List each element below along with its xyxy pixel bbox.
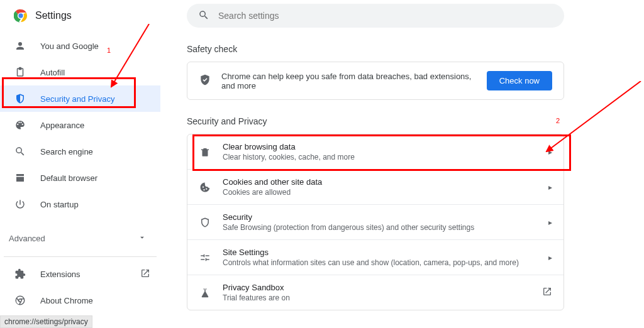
row-cookies[interactable]: Cookies and other site data Cookies are … — [187, 169, 564, 204]
row-subtitle: Cookies are allowed — [223, 188, 322, 197]
chevron-right-icon: ▸ — [548, 148, 552, 156]
security-privacy-card: Clear browsing data Clear history, cooki… — [187, 134, 564, 310]
sidebar-item-default-browser[interactable]: Default browser — [0, 165, 160, 191]
row-title: Clear browsing data — [223, 142, 355, 151]
sidebar-item-security-privacy[interactable]: Security and Privacy — [0, 85, 160, 112]
logo-row: Settings — [0, 4, 160, 30]
browser-icon — [14, 172, 26, 184]
annotation-label-2: 2 — [556, 117, 560, 124]
sidebar-item-label: You and Google — [40, 41, 99, 51]
svg-point-2 — [18, 13, 23, 18]
row-title: Privacy Sandbox — [223, 283, 290, 292]
search-icon — [198, 9, 209, 23]
page-title: Settings — [35, 10, 72, 21]
external-link-icon — [140, 268, 150, 280]
row-subtitle: Safe Browsing (protection from dangerous… — [223, 223, 474, 232]
shield-icon — [14, 92, 26, 105]
row-subtitle: Clear history, cookies, cache, and more — [223, 153, 355, 161]
sidebar-item-appearance[interactable]: Appearance — [0, 112, 160, 138]
chevron-down-icon — [138, 233, 147, 244]
sidebar-nav: You and Google Autofill Security and Pri… — [0, 33, 160, 217]
safety-check-card: Chrome can help keep you safe from data … — [187, 62, 564, 100]
row-title: Cookies and other site data — [223, 177, 322, 187]
shield-outline-icon — [199, 216, 211, 229]
row-privacy-sandbox[interactable]: Privacy Sandbox Trial features are on — [187, 275, 564, 310]
status-bar-url: chrome://settings/privacy — [0, 315, 92, 328]
cookie-icon — [199, 181, 211, 194]
person-icon — [14, 40, 26, 52]
divider — [4, 256, 157, 257]
sidebar-item-label: Autofill — [40, 68, 65, 77]
sidebar-item-label: Appearance — [40, 121, 84, 130]
sidebar-item-label: Security and Privacy — [40, 94, 115, 104]
row-title: Site Settings — [223, 248, 519, 257]
sidebar-item-search-engine[interactable]: Search engine — [0, 138, 160, 165]
puzzle-icon — [14, 268, 26, 280]
sliders-icon — [199, 251, 211, 264]
sidebar: Settings You and Google Autofill Securit… — [0, 0, 160, 328]
row-title: Security — [223, 212, 474, 222]
sidebar-item-extensions[interactable]: Extensions — [0, 261, 160, 287]
sidebar-item-label: On startup — [40, 200, 79, 209]
search-bar[interactable] — [187, 4, 564, 28]
shield-check-icon — [199, 74, 211, 88]
search-icon — [14, 145, 26, 158]
annotation-label-1: 1 — [107, 46, 111, 54]
trash-icon — [199, 146, 211, 158]
row-subtitle: Controls what information sites can use … — [223, 258, 519, 267]
clipboard-icon — [14, 66, 26, 79]
row-clear-browsing-data[interactable]: Clear browsing data Clear history, cooki… — [187, 134, 564, 169]
section-security-privacy-heading: Security and Privacy — [187, 116, 630, 126]
chrome-outline-icon — [14, 294, 26, 307]
section-safety-check-heading: Safety check — [187, 44, 630, 54]
advanced-label: Advanced — [9, 234, 45, 243]
check-now-button[interactable]: Check now — [487, 71, 552, 90]
sidebar-item-about-chrome[interactable]: About Chrome — [0, 287, 160, 314]
chevron-right-icon: ▸ — [548, 253, 552, 262]
chevron-right-icon: ▸ — [548, 183, 552, 192]
sidebar-item-label: Default browser — [40, 173, 97, 183]
row-subtitle: Trial features are on — [223, 293, 290, 302]
sidebar-item-label: Search engine — [40, 147, 93, 156]
chevron-right-icon: ▸ — [548, 218, 552, 227]
external-link-icon — [542, 287, 552, 298]
safety-check-text: Chrome can help keep you safe from data … — [221, 72, 477, 90]
palette-icon — [14, 119, 26, 131]
sidebar-item-autofill[interactable]: Autofill — [0, 59, 160, 85]
search-input[interactable] — [218, 11, 553, 21]
sidebar-item-label: About Chrome — [40, 296, 93, 305]
row-site-settings[interactable]: Site Settings Controls what information … — [187, 239, 564, 275]
sidebar-item-label: Extensions — [40, 270, 80, 279]
chrome-logo-icon — [14, 9, 28, 23]
flask-icon — [199, 287, 211, 299]
advanced-toggle[interactable]: Advanced — [0, 224, 160, 253]
sidebar-item-on-startup[interactable]: On startup — [0, 191, 160, 217]
row-security[interactable]: Security Safe Browsing (protection from … — [187, 204, 564, 239]
power-icon — [14, 198, 26, 210]
sidebar-item-you-and-google[interactable]: You and Google — [0, 33, 160, 59]
main-content: Safety check Chrome can help keep you sa… — [160, 0, 644, 328]
